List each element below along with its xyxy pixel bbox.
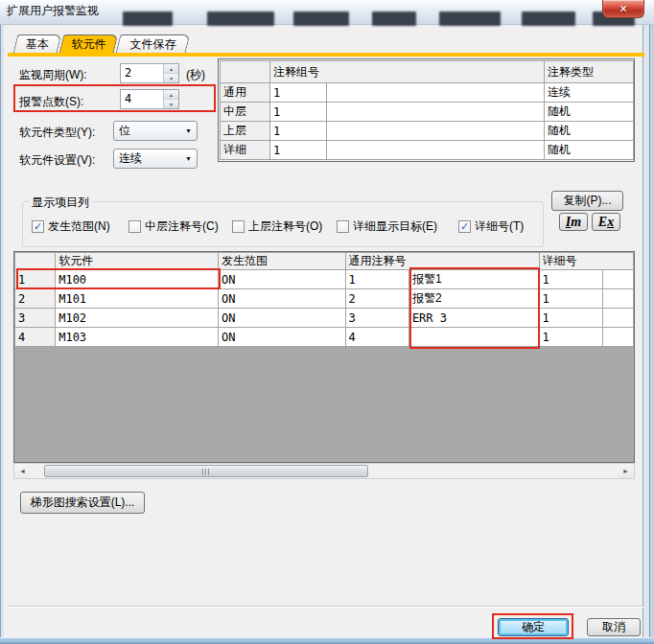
export-button[interactable]: Ex <box>592 213 620 231</box>
monitor-cycle-unit: (秒) <box>186 67 205 83</box>
horizontal-scrollbar[interactable]: ◄ ► <box>13 463 635 479</box>
table-row: 2 M101 ON 2 报警2 1 <box>15 289 634 309</box>
device-table-area: 软元件 发生范围 通用注释号 详细号 1 M100 ON 1 报警1 1 2 M… <box>13 251 635 463</box>
scroll-left-icon[interactable]: ◄ <box>14 464 31 478</box>
dialog-extended-user-alarm-monitor: 扩展用户报警监视 ✕ 基本 软元件 文件保存 监视周期(W): 2 ▲ ▼ (秒… <box>0 0 654 644</box>
checkbox-occurrence-range[interactable]: ✓ 发生范围(N) <box>32 219 110 233</box>
spin-down-icon[interactable]: ▼ <box>164 74 178 82</box>
device-setting-label: 软元件设置(V): <box>19 152 95 169</box>
ok-button[interactable]: 确定 <box>498 618 569 636</box>
device-table-corner <box>15 253 56 270</box>
alarm-points-input[interactable]: 4 ▲ ▼ <box>120 89 179 109</box>
ladder-search-settings-button[interactable]: 梯形图搜索设置(L)... <box>20 492 145 514</box>
device-table-header-device: 软元件 <box>56 253 219 270</box>
tab-file-save[interactable]: 文件保存 <box>116 34 191 53</box>
device-table-header-comment-no: 通用注释号 <box>345 253 539 270</box>
checkbox-box: ✓ <box>128 220 141 233</box>
cancel-button[interactable]: 取消 <box>587 618 641 636</box>
monitor-cycle-label: 监视周期(W): <box>19 67 87 83</box>
scrollbar-thumb[interactable] <box>44 465 368 477</box>
table-row: 3 M102 ON 3 ERR 3 1 <box>15 309 634 328</box>
import-button[interactable]: Im <box>559 213 588 231</box>
spin-down-icon[interactable]: ▼ <box>164 100 178 108</box>
table-row: 4 M103 ON 4 1 <box>15 328 634 347</box>
table-row: 中层 1 随机 <box>221 103 634 122</box>
scrollbar-track[interactable] <box>31 464 618 478</box>
title-bar: 扩展用户报警监视 <box>0 0 654 25</box>
device-table-header-range: 发生范围 <box>218 253 345 270</box>
scrollbar-grip <box>202 469 210 475</box>
checkbox-middle-comment-no[interactable]: ✓ 中层注释号(C) <box>128 219 219 233</box>
copy-button[interactable]: 复制(P)... <box>551 191 623 211</box>
spin-up-icon[interactable]: ▲ <box>164 90 178 100</box>
tab-accent-bar <box>8 53 644 57</box>
table-row: 详细 1 随机 <box>221 141 634 160</box>
window-frame-right <box>642 25 654 639</box>
focused-cell[interactable]: ERR 3 <box>409 309 539 328</box>
device-type-select[interactable]: 位 ▼ <box>113 121 198 141</box>
checkbox-upper-comment-no[interactable]: ✓ 上层注释号(O) <box>232 219 322 233</box>
table-row: 1 M100 ON 1 报警1 1 <box>15 270 634 289</box>
chevron-down-icon: ▼ <box>180 155 197 162</box>
window-frame-bottom <box>0 637 654 644</box>
display-items-group-label: 显示项目列 <box>29 195 92 211</box>
comment-table-corner <box>221 61 270 83</box>
alarm-points-label: 报警点数(S): <box>19 94 83 110</box>
device-setting-select[interactable]: 连续 ▼ <box>113 149 198 169</box>
device-type-label: 软元件类型(Y): <box>19 125 95 141</box>
tab-basic[interactable]: 基本 <box>13 34 62 53</box>
checkbox-detail-display-target[interactable]: ✓ 详细显示目标(E) <box>337 219 437 233</box>
tab-device[interactable]: 软元件 <box>59 34 119 53</box>
scroll-right-icon[interactable]: ► <box>618 464 634 478</box>
close-button[interactable]: ✕ <box>602 0 644 18</box>
checkbox-box: ✓ <box>232 220 245 233</box>
background-window-artifact <box>115 12 648 26</box>
check-icon: ✓ <box>460 221 469 231</box>
table-row: 通用 1 连续 <box>221 83 634 103</box>
close-icon: ✕ <box>619 4 627 14</box>
comment-table-header-group-no: 注释组号 <box>270 61 545 83</box>
comment-table-header-type: 注释类型 <box>545 61 634 83</box>
checkbox-box: ✓ <box>458 220 471 233</box>
monitor-cycle-input[interactable]: 2 ▲ ▼ <box>120 63 179 83</box>
device-table-header-detail-no: 详细号 <box>539 253 634 270</box>
chevron-down-icon: ▼ <box>180 127 197 134</box>
spin-up-icon[interactable]: ▲ <box>164 64 178 74</box>
checkbox-detail-no[interactable]: ✓ 详细号(T) <box>458 219 524 233</box>
check-icon: ✓ <box>34 221 42 231</box>
window-frame-left <box>0 25 4 639</box>
separator <box>8 606 644 608</box>
checkbox-box: ✓ <box>337 220 349 233</box>
window-title: 扩展用户报警监视 <box>7 3 99 19</box>
table-row: 上层 1 随机 <box>221 122 634 141</box>
comment-group-table: 注释组号 注释类型 通用 1 连续 中层 1 随机 上层 1 随机 <box>218 58 635 162</box>
checkbox-box: ✓ <box>32 220 44 233</box>
